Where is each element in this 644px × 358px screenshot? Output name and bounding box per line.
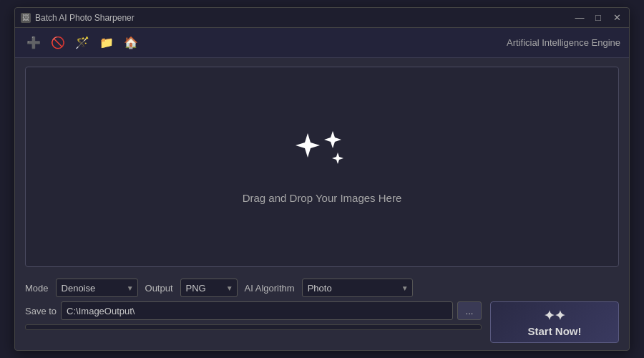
algorithm-dropdown-wrap: Photo Art Face Ultra ▼ <box>302 279 413 297</box>
window-controls: — □ ✕ <box>573 11 623 24</box>
mode-label: Mode <box>25 283 49 294</box>
maximize-button[interactable]: □ <box>592 11 605 24</box>
output-label: Output <box>145 283 173 294</box>
svg-marker-1 <box>324 131 341 148</box>
browse-button[interactable]: ... <box>457 301 482 320</box>
bottom-section: Save to ... ✦✦ Start Now! <box>15 301 629 350</box>
title-bar-left: 🖼 Batch AI Photo Sharpener <box>21 13 135 23</box>
start-btn-label: Start Now! <box>528 325 582 337</box>
app-title: Batch AI Photo Sharpener <box>35 13 135 23</box>
toolbar: ➕ 🚫 🪄 📁 🏠 Artificial Intelligence Engine <box>15 28 629 58</box>
bottom-left: Save to ... <box>25 301 482 330</box>
output-select[interactable]: PNG JPG TIFF BMP <box>180 279 238 297</box>
minimize-button[interactable]: — <box>573 11 586 24</box>
save-path-input[interactable] <box>61 301 453 320</box>
algorithm-select[interactable]: Photo Art Face Ultra <box>302 279 413 297</box>
save-input-row: Save to ... <box>25 301 482 320</box>
main-content: Drag and Drop Your Images Here <box>15 58 629 273</box>
start-btn-icon: ✦✦ <box>544 308 565 324</box>
sparkle-icon <box>293 130 351 182</box>
engine-label: Artificial Intelligence Engine <box>507 37 620 48</box>
progress-bar <box>25 324 482 330</box>
add-files-button[interactable]: ➕ <box>24 33 44 53</box>
title-bar: 🖼 Batch AI Photo Sharpener — □ ✕ <box>15 8 629 28</box>
start-now-button[interactable]: ✦✦ Start Now! <box>490 301 619 343</box>
folder-button[interactable]: 📁 <box>97 33 117 53</box>
controls-row: Mode Denoise Sharpen Upscale Deblur ▼ Ou… <box>15 273 629 301</box>
mode-dropdown-wrap: Denoise Sharpen Upscale Deblur ▼ <box>56 279 138 297</box>
app-icon: 🖼 <box>21 13 31 23</box>
toolbar-buttons: ➕ 🚫 🪄 📁 🏠 <box>24 33 141 53</box>
mode-select[interactable]: Denoise Sharpen Upscale Deblur <box>56 279 138 297</box>
drop-zone[interactable]: Drag and Drop Your Images Here <box>25 67 619 267</box>
home-button[interactable]: 🏠 <box>121 33 141 53</box>
save-to-label: Save to <box>25 306 57 316</box>
svg-marker-2 <box>332 153 343 164</box>
algorithm-label: AI Algorithm <box>245 283 295 294</box>
drop-text: Drag and Drop Your Images Here <box>243 192 402 204</box>
app-window: 🖼 Batch AI Photo Sharpener — □ ✕ ➕ 🚫 🪄 📁… <box>14 7 630 351</box>
output-dropdown-wrap: PNG JPG TIFF BMP ▼ <box>180 279 238 297</box>
svg-marker-0 <box>296 133 320 158</box>
wand-button[interactable]: 🪄 <box>72 33 92 53</box>
remove-button[interactable]: 🚫 <box>48 33 68 53</box>
close-button[interactable]: ✕ <box>610 11 623 24</box>
